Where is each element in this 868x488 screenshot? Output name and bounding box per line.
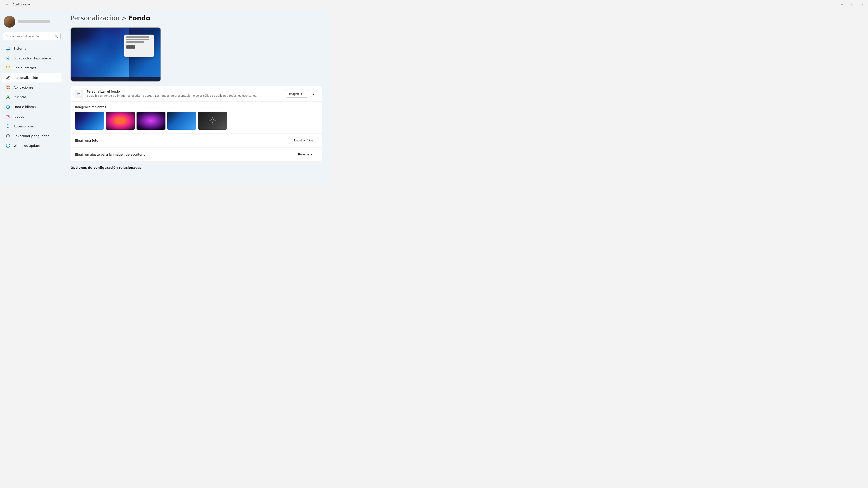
fondo-type-dropdown[interactable]: Imagen ▾ [286,90,308,98]
breadcrumb: Personalización > Fondo [70,14,322,22]
accesibilidad-icon [5,124,10,129]
desktop-preview [70,27,161,82]
sidebar-label-sistema: Sistema [13,47,26,51]
sidebar-label-aplicaciones: Aplicaciones [13,86,33,89]
sidebar-label-personalizacion: Personalización [13,76,38,79]
chevron-down-icon: ▾ [301,92,302,96]
sidebar-label-bluetooth: Bluetooth y dispositivos [13,57,51,60]
svg-rect-0 [6,47,10,50]
browse-button[interactable]: Examinar fotos [289,137,317,144]
personalize-icon [75,90,83,98]
sidebar-label-accesibilidad: Accesibilidad [13,125,34,128]
fondo-type-value: Imagen [289,92,299,96]
main-content: Personalización > Fondo [63,9,329,184]
desktop-background [71,28,160,81]
collapse-button[interactable]: ▴ [310,90,317,97]
sidebar-item-juegos[interactable]: Juegos [2,112,61,121]
breadcrumb-separator: > [121,14,127,22]
avatar [4,16,16,28]
sidebar-label-red: Red e Internet [13,66,36,70]
svg-rect-2 [6,86,8,87]
aplicaciones-icon [5,85,10,90]
chevron-up-icon: ▴ [313,92,314,95]
sidebar-item-red[interactable]: Red e Internet [2,63,61,73]
fit-dropdown[interactable]: Rellenar ▾ [295,151,317,158]
choose-photo-row: Elegir una foto Examinar fotos [70,133,322,148]
sidebar-label-privacidad: Privacidad y seguridad [13,134,50,138]
personalize-control: Imagen ▾ ▴ [286,90,317,98]
settings-card-fondo: Personalizar el fondo Se aplica un fondo… [70,86,322,161]
sidebar-item-privacidad[interactable]: Privacidad y seguridad [2,131,61,141]
related-options-title: Opciones de configuración relacionadas [70,166,322,169]
dialog-overlay [124,35,154,57]
svg-rect-5 [8,88,10,89]
svg-point-13 [211,119,214,123]
sidebar-user [0,13,63,32]
fit-label: Elegir un ajuste para la imagen de escri… [75,153,145,156]
choose-photo-label: Elegir una foto [75,139,98,142]
titlebar: ← Configuración ─ □ ✕ [0,0,329,9]
wallpaper-swirl [71,28,129,81]
sidebar-label-update: Windows Update [13,144,40,148]
dialog-line-1 [126,36,149,38]
svg-rect-4 [6,88,8,89]
recent-images-section: Imágenes recientes [70,102,322,133]
hora-icon [5,104,10,109]
breadcrumb-current: Fondo [128,14,150,22]
breadcrumb-parent[interactable]: Personalización [70,14,120,22]
fit-value: Rellenar [298,153,309,156]
dialog-line-3 [126,41,144,43]
red-icon [5,66,10,70]
sidebar-label-juegos: Juegos [13,115,24,119]
taskbar-preview [71,77,160,81]
thumbnail-5[interactable] [198,111,227,130]
avatar-image [4,16,16,28]
svg-point-6 [7,96,9,97]
search-input[interactable] [3,32,61,40]
sidebar-item-update[interactable]: Windows Update [2,141,61,151]
dialog-button-small [126,45,135,48]
dialog-line-2 [126,39,149,40]
juegos-icon [5,114,10,119]
search-box: 🔍 [3,32,61,40]
sidebar-item-cuentas[interactable]: Cuentas [2,92,61,102]
recent-images-label: Imágenes recientes [75,105,317,109]
personalizacion-icon [5,75,10,80]
thumbnail-3[interactable] [136,111,165,130]
titlebar-left: ← Configuración [4,1,31,8]
personalize-text: Personalizar el fondo Se aplica un fondo… [87,90,282,98]
thumbnail-2[interactable] [106,111,135,130]
svg-point-11 [7,125,8,125]
personalize-title: Personalizar el fondo [87,90,282,93]
titlebar-title: Configuración [13,3,31,6]
personalize-desc: Se aplica un fondo de imagen al escritor… [87,94,282,98]
svg-point-10 [9,117,9,117]
app-container: 🔍 Sistema Bluetooth y dispositivos Red e… [0,9,329,184]
back-button[interactable]: ← [4,1,10,8]
bluetooth-icon [5,56,10,61]
sidebar-item-aplicaciones[interactable]: Aplicaciones [2,83,61,92]
sidebar-item-sistema[interactable]: Sistema [2,44,61,53]
sidebar-label-hora: Hora e idioma [13,105,36,109]
sidebar-item-personalizacion[interactable]: Personalización [2,73,61,83]
sidebar-item-hora[interactable]: Hora e idioma [2,102,61,111]
sidebar-item-bluetooth[interactable]: Bluetooth y dispositivos [2,54,61,63]
sidebar-item-accesibilidad[interactable]: Accesibilidad [2,122,61,131]
user-name [18,20,50,23]
sistema-icon [5,46,10,51]
fit-row: Elegir un ajuste para la imagen de escri… [70,148,322,161]
images-grid [75,111,317,130]
personalize-fondo-row: Personalizar el fondo Se aplica un fondo… [70,86,322,102]
svg-rect-3 [8,86,10,87]
fit-chevron-down-icon: ▾ [311,153,312,156]
privacidad-icon [5,133,10,138]
search-icon: 🔍 [55,34,58,38]
update-icon [5,143,10,148]
cuentas-icon [5,95,10,100]
sidebar-label-cuentas: Cuentas [13,95,27,99]
svg-point-1 [8,69,8,69]
thumbnail-4[interactable] [167,111,196,130]
thumbnail-1[interactable] [75,111,104,130]
sidebar: 🔍 Sistema Bluetooth y dispositivos Red e… [0,9,63,184]
